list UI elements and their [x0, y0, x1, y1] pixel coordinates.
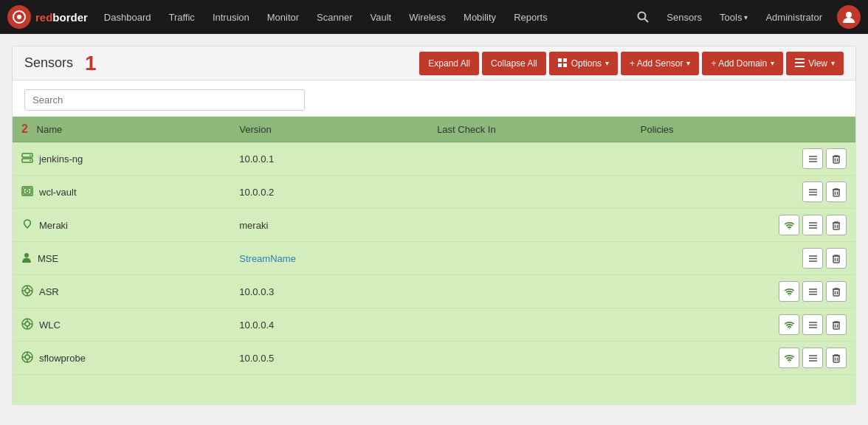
navbar-right: Sensors Tools ▾ Administrator: [628, 0, 861, 34]
user-avatar[interactable]: [837, 5, 861, 29]
list-action-button[interactable]: [802, 248, 823, 269]
col-policies: Policies: [632, 117, 767, 142]
trash-icon: [832, 320, 841, 330]
sensor-name-cell: WLC: [21, 318, 221, 332]
nav-item-intrusion[interactable]: Intrusion: [204, 0, 258, 34]
sensor-version: meraki: [239, 220, 268, 231]
sensors-title: Sensors: [24, 55, 73, 71]
list-icon: [795, 58, 805, 68]
add-sensor-button[interactable]: + Add Sensor ▾: [621, 52, 699, 75]
svg-rect-11: [795, 66, 805, 67]
list-action-button[interactable]: [802, 314, 823, 335]
list-action-button[interactable]: [802, 182, 823, 202]
nav-sensors-link[interactable]: Sensors: [658, 0, 711, 34]
person-icon: [21, 252, 32, 265]
table-row: jenkins-ng 10.0.0.1: [13, 142, 855, 176]
brand-name: redborder: [35, 11, 88, 24]
nav-admin-label[interactable]: Administrator: [757, 0, 831, 34]
svg-point-4: [846, 12, 852, 18]
svg-point-77: [788, 361, 789, 362]
delete-action-button[interactable]: [826, 215, 847, 235]
svg-rect-42: [833, 256, 839, 263]
list-action-button[interactable]: [802, 281, 823, 302]
view-caret: ▾: [831, 59, 835, 67]
nav-item-monitor[interactable]: Monitor: [258, 0, 308, 34]
trash-icon: [832, 254, 841, 263]
sensor-name: ASR: [39, 286, 59, 297]
wifi-icon: [785, 320, 794, 330]
row-actions: [776, 215, 847, 235]
sensor-policies: [632, 176, 767, 209]
sensor-name: wcl-vault: [39, 187, 77, 198]
search-input[interactable]: [24, 89, 305, 111]
options-button[interactable]: Options ▾: [549, 52, 618, 75]
delete-action-button[interactable]: [826, 148, 847, 169]
delete-action-button[interactable]: [826, 281, 847, 302]
brand-logo: [7, 5, 31, 29]
svg-rect-6: [563, 58, 567, 62]
svg-point-51: [788, 294, 789, 295]
sensor-version-link[interactable]: StreamName: [239, 253, 296, 264]
search-button[interactable]: [628, 0, 658, 34]
col-name: 2 Name: [13, 117, 230, 142]
add-sensor-caret: ▾: [686, 59, 690, 67]
view-button[interactable]: View ▾: [786, 52, 844, 75]
delete-action-button[interactable]: [826, 182, 847, 202]
sensor-name: jenkins-ng: [39, 153, 83, 165]
nav-item-reports[interactable]: Reports: [505, 0, 557, 34]
svg-point-14: [30, 154, 31, 156]
wifi-action-button[interactable]: [779, 281, 799, 302]
table-footer: [13, 375, 855, 404]
nav-item-dashboard[interactable]: Dashboard: [95, 0, 160, 34]
tools-dropdown-arrow: ▾: [744, 13, 748, 21]
col-last-check-in: Last Check In: [428, 117, 632, 142]
svg-rect-55: [833, 289, 839, 296]
nav-item-mobility[interactable]: Mobility: [455, 0, 505, 34]
add-domain-button[interactable]: + Add Domain ▾: [702, 52, 783, 75]
nav-item-scanner[interactable]: Scanner: [308, 0, 361, 34]
nav-item-wireless[interactable]: Wireless: [400, 0, 455, 34]
svg-rect-10: [795, 62, 805, 63]
sensor-version: 10.0.0.1: [239, 153, 274, 165]
list-icon: [808, 287, 818, 297]
grid-icon: [558, 58, 568, 68]
svg-rect-81: [833, 356, 839, 362]
asr-icon: [21, 285, 33, 299]
table-row: ASR 10.0.0.3: [13, 275, 855, 308]
expand-all-button[interactable]: Expand All: [419, 52, 479, 75]
sensor-name: MSE: [38, 253, 58, 264]
wifi-action-button[interactable]: [779, 348, 799, 368]
options-caret: ▾: [605, 59, 609, 67]
svg-rect-35: [833, 223, 839, 229]
svg-point-38: [24, 253, 29, 258]
wifi-action-button[interactable]: [779, 215, 799, 235]
wifi-icon: [785, 353, 794, 363]
row-actions: [776, 314, 847, 335]
sensor-last-check-in: [428, 275, 632, 308]
list-action-button[interactable]: [802, 215, 823, 235]
sflow-icon: [21, 351, 33, 365]
delete-action-button[interactable]: [826, 314, 847, 335]
wifi-action-button[interactable]: [779, 314, 799, 335]
brand[interactable]: redborder: [7, 5, 88, 29]
sensors-header: Sensors 1 Expand All Collapse All Option…: [13, 46, 855, 80]
sensor-policies: [632, 275, 767, 308]
svg-rect-7: [558, 63, 562, 67]
delete-action-button[interactable]: [826, 248, 847, 269]
sensors-table-body: jenkins-ng 10.0.0.1: [13, 142, 855, 375]
list-action-button[interactable]: [802, 348, 823, 368]
collapse-all-button[interactable]: Collapse All: [482, 52, 546, 75]
delete-action-button[interactable]: [826, 348, 847, 368]
svg-point-24: [26, 190, 29, 193]
nav-item-vault[interactable]: Vault: [362, 0, 401, 34]
list-icon: [808, 221, 818, 230]
trash-icon: [832, 287, 841, 297]
list-action-button[interactable]: [802, 148, 823, 169]
svg-rect-5: [558, 58, 562, 62]
search-area: [13, 80, 855, 111]
nav-item-traffic[interactable]: Traffic: [159, 0, 203, 34]
svg-point-2: [638, 13, 646, 20]
add-domain-caret: ▾: [771, 59, 774, 67]
trash-icon: [832, 353, 841, 363]
nav-tools-dropdown[interactable]: Tools ▾: [711, 0, 757, 34]
